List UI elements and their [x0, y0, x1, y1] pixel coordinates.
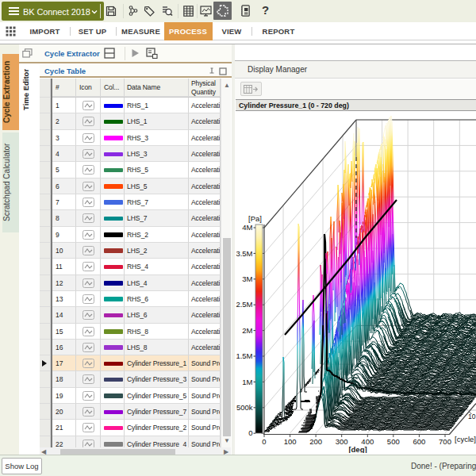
svg-text:0: 0: [262, 437, 266, 446]
svg-text:1M: 1M: [242, 378, 252, 386]
svg-text:200: 200: [309, 437, 322, 446]
svg-text:700: 700: [439, 437, 451, 446]
svg-text:500k: 500k: [236, 403, 253, 412]
svg-text:2M: 2M: [242, 326, 252, 335]
svg-text:100: 100: [284, 437, 297, 446]
svg-text:3M: 3M: [242, 274, 252, 283]
svg-text:0: 0: [248, 428, 252, 437]
svg-text:[deg]: [deg]: [348, 445, 367, 453]
svg-text:10: 10: [468, 413, 476, 420]
svg-text:500: 500: [387, 437, 400, 446]
svg-text:1.5M: 1.5M: [236, 351, 252, 360]
svg-text:300: 300: [336, 437, 348, 446]
svg-text:2.5M: 2.5M: [236, 300, 252, 309]
svg-text:[Pa]: [Pa]: [248, 214, 262, 223]
svg-text:4M: 4M: [242, 223, 252, 232]
svg-text:3.5M: 3.5M: [236, 249, 252, 258]
svg-text:600: 600: [413, 437, 425, 446]
svg-text:[cycle] (: [cycle] (: [455, 435, 476, 443]
